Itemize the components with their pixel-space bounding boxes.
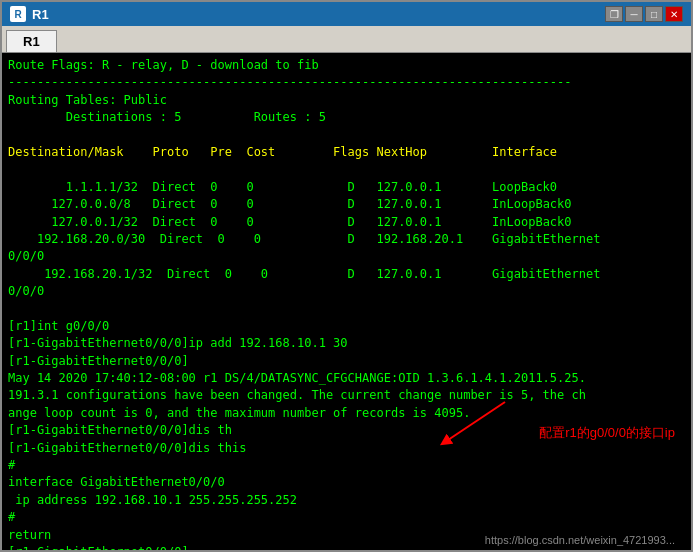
title-bar: R R1 ❐ ─ □ ✕ [2, 2, 691, 26]
restore-button[interactable]: ❐ [605, 6, 623, 22]
terminal-area[interactable]: Route Flags: R - relay, D - download to … [2, 53, 691, 550]
close-button[interactable]: ✕ [665, 6, 683, 22]
title-bar-left: R R1 [10, 6, 49, 22]
window-title: R1 [32, 7, 49, 22]
minimize-button[interactable]: ─ [625, 6, 643, 22]
title-bar-controls: ❐ ─ □ ✕ [605, 6, 683, 22]
main-window: R R1 ❐ ─ □ ✕ R1 Route Flags: R - relay, … [0, 0, 693, 552]
tab-bar: R1 [2, 26, 691, 53]
window-icon: R [10, 6, 26, 22]
watermark: https://blog.csdn.net/weixin_4721993... [485, 534, 675, 546]
tab-r1[interactable]: R1 [6, 30, 57, 52]
maximize-button[interactable]: □ [645, 6, 663, 22]
terminal-output: Route Flags: R - relay, D - download to … [8, 57, 685, 550]
